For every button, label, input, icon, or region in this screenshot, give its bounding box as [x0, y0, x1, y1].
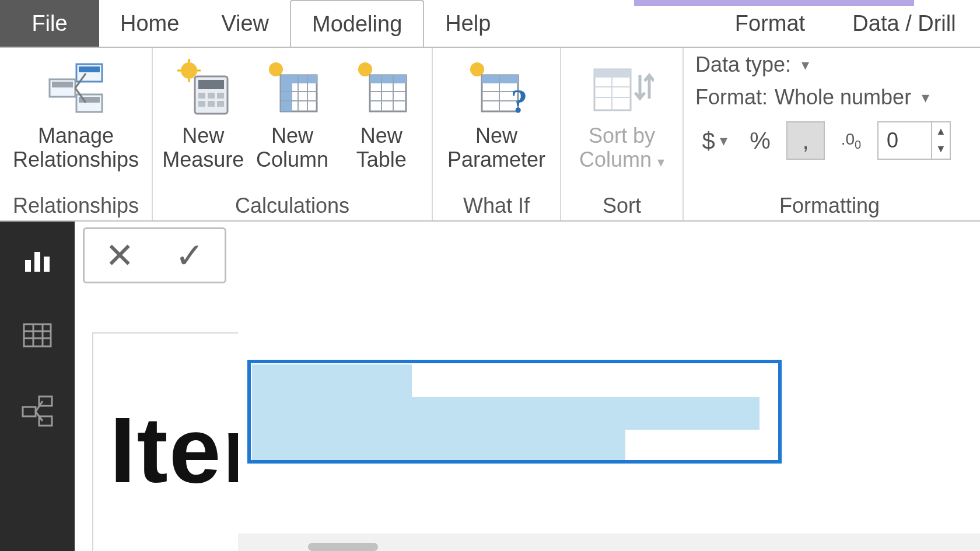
svg-point-27 [358, 62, 372, 76]
tab-format[interactable]: Format [712, 0, 828, 47]
svg-rect-48 [44, 257, 50, 272]
tab-label: View [221, 11, 269, 36]
cancel-formula-button[interactable]: ✕ [85, 229, 155, 282]
thousands-label: , [802, 128, 808, 154]
group-formatting: Data type: ▾ Format: Whole number ▾ $ ▾ … [684, 48, 980, 220]
model-icon [20, 395, 54, 427]
svg-rect-16 [198, 101, 205, 107]
thousands-separator-button[interactable]: , [786, 121, 825, 160]
percent-button[interactable]: % [741, 121, 779, 160]
group-title: Sort [567, 190, 677, 220]
button-label: New Measure [162, 124, 244, 172]
relationships-icon [44, 56, 108, 120]
horizontal-scrollbar[interactable] [238, 534, 980, 551]
bar-chart-icon [22, 244, 53, 275]
svg-rect-22 [281, 75, 292, 111]
field-label: Format: [695, 85, 768, 110]
report-view-button[interactable] [17, 239, 58, 280]
tab-help[interactable]: Help [424, 0, 512, 47]
chevron-down-icon: ▾ [802, 56, 809, 74]
field-label: Data type: [695, 52, 791, 77]
button-label: Sort by Column ▾ [579, 124, 664, 172]
format-toolbar: $ ▾ % , .00 0 ▲ ▼ [695, 121, 964, 160]
formula-bar[interactable]: Sales of Good Customers = SUMX( FILTER( … [238, 227, 980, 551]
stepper-up-icon[interactable]: ▲ [932, 122, 950, 140]
data-view-button[interactable] [17, 315, 58, 356]
group-title: Calculations [159, 190, 426, 220]
chevron-down-icon: ▾ [720, 132, 727, 150]
percent-label: % [750, 128, 771, 154]
field-value: Whole number [775, 85, 911, 110]
column-icon [263, 56, 321, 120]
check-icon: ✓ [175, 235, 204, 276]
contextual-tab-highlight [634, 0, 914, 6]
button-label: New Table [356, 124, 407, 172]
group-sort: Sort by Column ▾ Sort [561, 48, 684, 220]
group-relationships: Manage Relationships Relationships [0, 48, 153, 220]
svg-point-6 [181, 62, 197, 79]
svg-rect-12 [198, 80, 224, 89]
new-measure-button[interactable]: New Measure [159, 52, 248, 172]
button-label: New Column [256, 124, 328, 172]
manage-relationships-button[interactable]: Manage Relationships [6, 52, 146, 172]
format-dropdown[interactable]: Format: Whole number ▾ [695, 85, 964, 110]
tab-label: Data / Drill [852, 11, 956, 36]
svg-text:?: ? [511, 83, 527, 117]
currency-button[interactable]: $ ▾ [695, 121, 734, 160]
close-icon: ✕ [105, 235, 134, 276]
data-type-dropdown[interactable]: Data type: ▾ [695, 52, 964, 77]
button-label: Manage Relationships [13, 124, 139, 172]
tab-label: Modeling [312, 12, 402, 37]
svg-rect-14 [208, 93, 215, 99]
editor-area: Iter ✕ ✓ Sales of Good Customers = SUMX(… [75, 222, 980, 551]
stepper-down-icon[interactable]: ▼ [932, 140, 950, 157]
tab-label: File [32, 11, 67, 36]
tab-label: Home [120, 11, 179, 36]
group-title: Formatting [695, 190, 964, 220]
svg-point-19 [269, 62, 283, 76]
formula-confirm-bar: ✕ ✓ [83, 227, 226, 283]
svg-rect-49 [24, 324, 51, 346]
canvas-partial-text: Iter [110, 396, 260, 504]
svg-rect-29 [370, 75, 406, 83]
chevron-down-icon: ▾ [657, 154, 664, 170]
commit-formula-button[interactable]: ✓ [155, 229, 225, 282]
svg-rect-15 [217, 93, 224, 99]
group-calculations: New Measure New Column [153, 48, 433, 220]
stepper-value: 0 [878, 128, 931, 153]
svg-rect-1 [79, 66, 100, 72]
svg-rect-18 [217, 101, 224, 107]
new-table-button[interactable]: New Table [337, 52, 426, 172]
group-title: Relationships [6, 190, 146, 220]
parameter-icon: ? [464, 56, 528, 120]
table-icon [352, 56, 411, 120]
new-column-button[interactable]: New Column [248, 52, 337, 172]
svg-rect-13 [198, 93, 205, 99]
measure-icon [174, 56, 232, 120]
new-parameter-button[interactable]: ? New Parameter [439, 52, 554, 172]
ribbon-tabs: File Home View Modeling Help Format Data… [0, 0, 980, 47]
decimal-places-button[interactable]: .00 [832, 121, 870, 160]
decimal-count-stepper[interactable]: 0 ▲ ▼ [877, 121, 951, 160]
svg-rect-3 [52, 82, 73, 87]
group-title: What If [439, 190, 554, 220]
chevron-down-icon: ▾ [922, 89, 929, 107]
tab-file[interactable]: File [0, 0, 99, 47]
svg-rect-55 [23, 407, 36, 416]
model-view-button[interactable] [17, 391, 58, 431]
group-whatif: ? New Parameter What If [433, 48, 561, 220]
table-grid-icon [22, 320, 53, 351]
sort-by-column-button[interactable]: Sort by Column ▾ [567, 52, 677, 172]
scrollbar-thumb[interactable] [308, 543, 378, 551]
tab-home[interactable]: Home [99, 0, 200, 47]
tab-modeling[interactable]: Modeling [290, 0, 424, 47]
main-area: Iter ✕ ✓ Sales of Good Customers = SUMX(… [0, 222, 980, 551]
view-rail [0, 222, 75, 551]
ribbon: Manage Relationships Relationships New M… [0, 47, 980, 222]
decimal-icon: .00 [841, 130, 861, 152]
tab-label: Help [445, 11, 491, 36]
currency-label: $ [702, 128, 715, 154]
sort-icon [590, 56, 654, 120]
tab-data-drill[interactable]: Data / Drill [828, 0, 980, 47]
tab-view[interactable]: View [200, 0, 290, 47]
